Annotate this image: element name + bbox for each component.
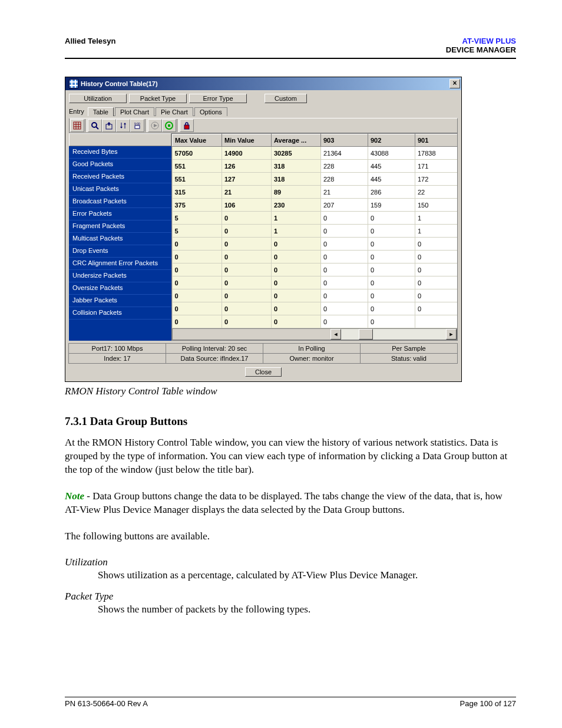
column-header[interactable]: 903 (321, 134, 368, 147)
toolbar-play-icon[interactable] (148, 119, 162, 132)
column-header[interactable]: Max Value (173, 134, 222, 147)
data-cell[interactable]: 551 (173, 160, 222, 173)
data-cell[interactable]: 127 (222, 173, 272, 186)
data-cell[interactable]: 0 (321, 251, 368, 263)
error-type-button[interactable]: Error Type (189, 94, 247, 103)
data-cell[interactable]: 0 (368, 302, 415, 315)
data-cell[interactable]: 445 (368, 160, 415, 173)
toolbar-clock-icon[interactable]: 9:00 (130, 119, 144, 132)
data-cell[interactable]: 0 (415, 276, 458, 289)
row-label[interactable]: Good Packets (69, 159, 171, 171)
data-cell[interactable]: 318 (272, 173, 321, 186)
toolbar-export-icon[interactable] (102, 119, 116, 132)
data-cell[interactable]: 286 (368, 186, 415, 199)
row-label[interactable]: Broadcast Packets (69, 196, 171, 208)
toolbar-grid-icon[interactable] (70, 119, 84, 132)
utilization-button[interactable]: Utilization (69, 94, 127, 103)
data-cell[interactable]: 0 (368, 263, 415, 276)
data-cell[interactable]: 0 (272, 302, 321, 315)
row-label[interactable]: Jabber Packets (69, 295, 171, 307)
data-cell[interactable]: 0 (415, 302, 458, 315)
column-header[interactable]: 902 (368, 134, 415, 147)
data-cell[interactable]: 17838 (415, 147, 458, 160)
tab-table[interactable]: Table (88, 107, 114, 116)
data-cell[interactable]: 0 (173, 289, 222, 302)
data-cell[interactable]: 551 (173, 173, 222, 186)
data-cell[interactable]: 0 (222, 263, 272, 276)
data-cell[interactable]: 0 (321, 315, 368, 328)
data-cell[interactable]: 0 (222, 225, 272, 238)
data-cell[interactable]: 0 (173, 238, 222, 251)
tab-options[interactable]: Options (194, 107, 227, 116)
data-cell[interactable]: 0 (272, 289, 321, 302)
data-cell[interactable]: 0 (222, 251, 272, 263)
row-label[interactable]: Received Bytes (69, 146, 171, 159)
scroll-track[interactable] (341, 329, 446, 340)
column-header[interactable]: Min Value (222, 134, 272, 147)
data-cell[interactable]: 445 (368, 173, 415, 186)
data-cell[interactable]: 89 (272, 186, 321, 199)
data-cell[interactable]: 0 (173, 302, 222, 315)
data-cell[interactable]: 0 (368, 251, 415, 263)
data-cell[interactable]: 0 (321, 225, 368, 238)
data-cell[interactable]: 0 (415, 251, 458, 263)
scroll-right-icon[interactable]: ► (446, 329, 457, 340)
row-label[interactable]: Multicast Packets (69, 233, 171, 245)
data-cell[interactable]: 228 (321, 160, 368, 173)
data-cell[interactable]: 0 (173, 276, 222, 289)
data-cell[interactable]: 0 (222, 289, 272, 302)
data-cell[interactable]: 0 (368, 315, 415, 328)
column-header[interactable]: Average ... (272, 134, 321, 147)
data-cell[interactable]: 0 (368, 238, 415, 251)
data-cell[interactable]: 21 (222, 186, 272, 199)
data-cell[interactable]: 0 (368, 289, 415, 302)
data-cell[interactable]: 0 (368, 276, 415, 289)
data-cell[interactable]: 0 (321, 302, 368, 315)
data-cell[interactable]: 159 (368, 199, 415, 212)
row-label[interactable]: Collision Packets (69, 307, 171, 319)
data-cell[interactable]: 5 (173, 225, 222, 238)
row-label[interactable]: Undersize Packets (69, 270, 171, 282)
tab-plot-chart[interactable]: Plot Chart (115, 107, 154, 116)
data-cell[interactable]: 14900 (222, 147, 272, 160)
data-cell[interactable]: 0 (272, 276, 321, 289)
data-cell[interactable]: 0 (321, 212, 368, 225)
data-cell[interactable]: 0 (173, 315, 222, 328)
row-label[interactable]: Oversize Packets (69, 282, 171, 295)
data-cell[interactable]: 0 (222, 238, 272, 251)
row-label[interactable]: Error Packets (69, 208, 171, 220)
data-cell[interactable]: 207 (321, 199, 368, 212)
row-label[interactable]: CRC Alignment Error Packets (69, 258, 171, 270)
data-cell[interactable]: 172 (415, 173, 458, 186)
data-cell[interactable]: 0 (272, 263, 321, 276)
horizontal-scrollbar[interactable]: ◄ ► (172, 328, 457, 340)
data-cell[interactable]: 1 (415, 212, 458, 225)
data-cell[interactable]: 150 (415, 199, 458, 212)
data-cell[interactable]: 1 (272, 212, 321, 225)
data-cell[interactable]: 0 (415, 263, 458, 276)
toolbar-lock-icon[interactable] (180, 119, 194, 132)
data-cell[interactable]: 0 (173, 263, 222, 276)
toolbar-stop-icon[interactable] (162, 119, 176, 132)
close-icon[interactable]: × (449, 79, 460, 88)
toolbar-search-icon[interactable] (88, 119, 102, 132)
row-label[interactable]: Unicast Packets (69, 183, 171, 196)
data-cell[interactable]: 0 (368, 212, 415, 225)
custom-button[interactable]: Custom (265, 94, 307, 103)
row-label[interactable]: Fragment Packets (69, 220, 171, 233)
tab-pie-chart[interactable]: Pie Chart (156, 107, 193, 116)
scroll-thumb[interactable] (359, 329, 373, 340)
data-cell[interactable]: 22 (415, 186, 458, 199)
data-cell[interactable]: 43088 (368, 147, 415, 160)
data-cell[interactable]: 0 (222, 302, 272, 315)
data-cell[interactable]: 0 (272, 238, 321, 251)
row-label[interactable]: Received Packets (69, 171, 171, 183)
scroll-left-icon[interactable]: ◄ (330, 329, 341, 340)
data-cell[interactable]: 21364 (321, 147, 368, 160)
data-cell[interactable]: 1 (415, 225, 458, 238)
data-cell[interactable]: 230 (272, 199, 321, 212)
data-cell[interactable]: 0 (272, 315, 321, 328)
data-cell[interactable]: 0 (321, 289, 368, 302)
data-cell[interactable]: 315 (173, 186, 222, 199)
close-button[interactable]: Close (245, 367, 282, 377)
